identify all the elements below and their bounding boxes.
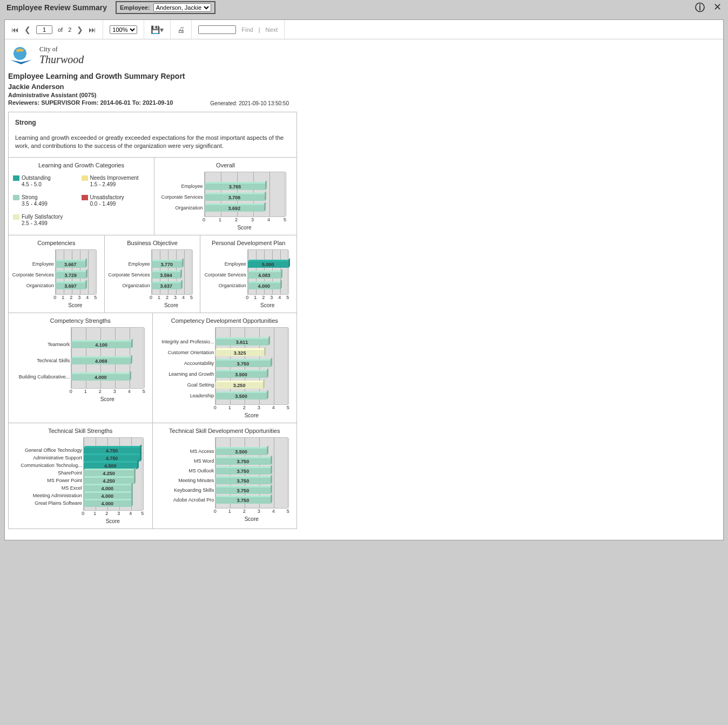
find-input[interactable] (198, 25, 236, 34)
print-icon[interactable]: 🖨 (177, 25, 185, 34)
bar: 4.750 (84, 448, 140, 454)
bar: 3.750 (215, 478, 270, 484)
bar: 4.250 (84, 478, 134, 484)
save-icon[interactable]: 💾▾ (151, 25, 164, 34)
x-tick: 1 (228, 509, 231, 514)
help-icon[interactable]: ⓘ (695, 1, 705, 14)
chart-title: Competency Development Opportunities (155, 317, 295, 324)
bar: 4.000 (248, 283, 280, 289)
y-axis-label: Administrative Support (33, 455, 84, 460)
x-tick: 3 (258, 509, 260, 514)
y-axis-label: Customer Orientation (168, 350, 216, 355)
x-tick: 4 (129, 511, 132, 516)
x-tick: 3 (251, 217, 254, 222)
x-tick: 1 (62, 295, 64, 300)
x-tick: 3 (113, 389, 116, 394)
bar: 4.100 (71, 342, 131, 348)
bar: 3.750 (215, 361, 270, 367)
x-tick: 0 (246, 295, 248, 300)
x-tick: 5 (286, 295, 289, 300)
prev-page-icon[interactable]: ❮ (24, 25, 31, 34)
x-tick: 4 (86, 295, 89, 300)
bar: 5.000 (248, 261, 288, 268)
y-axis-label: Organization (219, 283, 248, 288)
x-tick: 1 (84, 389, 87, 394)
x-tick: 1 (254, 295, 257, 300)
bar: 3.325 (215, 350, 264, 356)
zoom-select[interactable]: 100% (110, 25, 137, 34)
y-axis-label: Integrity and Professio... (161, 339, 215, 344)
y-axis-label: Teamwork (48, 342, 71, 347)
close-icon[interactable]: ✕ (713, 1, 722, 14)
x-tick: 1 (219, 217, 221, 222)
next-page-icon[interactable]: ❯ (77, 25, 83, 34)
x-tick: 3 (270, 295, 273, 300)
y-axis-label: MS Word (194, 458, 215, 464)
chart-title: Technical Skill Development Opportunitie… (155, 428, 295, 434)
chart-overall: OverallEmployee3.765Corporate Services3.… (154, 158, 296, 235)
bar: 3.750 (215, 468, 270, 475)
legend-item: Strong3.5 - 4.499 (13, 194, 82, 207)
x-tick: 0 (214, 405, 217, 410)
x-tick: 0 (203, 217, 205, 222)
first-page-icon[interactable]: ⏮ (11, 25, 19, 34)
y-axis-label: Communication Technolog... (21, 463, 83, 468)
bar: 4.250 (84, 470, 134, 477)
bar: 4.069 (71, 358, 131, 364)
x-tick: 2 (166, 295, 168, 300)
x-axis-title: Score (55, 302, 96, 308)
y-axis-label: Goal Setting (187, 382, 216, 388)
y-axis-label: Employee (32, 261, 56, 267)
x-tick: 4 (272, 509, 275, 514)
top-bar: Employee Review Summary Employee: Anders… (0, 0, 728, 15)
employee-label: Employee: (120, 4, 150, 11)
bar: 3.500 (215, 393, 267, 399)
y-axis-label: Keyboarding Skills (174, 487, 215, 493)
bar: 4.500 (84, 463, 137, 469)
y-axis-label: Corporate Services (161, 194, 204, 200)
y-axis-label: Accountability (184, 361, 216, 366)
chart-tech-dev: Technical Skill Development Opportunitie… (153, 423, 297, 528)
y-axis-label: Learning and Growth (168, 371, 215, 377)
viewer-toolbar: ⏮ ❮ of 2 ❯ ⏭ 100% 💾▾ 🖨 Find | Next (5, 20, 723, 39)
y-axis-label: MS Power Point (47, 478, 84, 483)
y-axis-label: Leadership (190, 393, 216, 398)
legend: Learning and Growth Categories Outstandi… (9, 158, 154, 235)
x-tick: 0 (70, 389, 72, 394)
next-button[interactable]: Next (266, 26, 278, 33)
chart-comp-str: Competency StrengthsTeamwork4.100Technic… (9, 313, 153, 423)
bar: 3.611 (215, 339, 268, 345)
y-axis-label: Employee (181, 184, 204, 189)
x-tick: 0 (214, 509, 217, 514)
x-tick: 4 (128, 389, 131, 394)
find-button[interactable]: Find (241, 26, 253, 33)
y-axis-label: Technical Skills (37, 358, 71, 363)
chart-title: Technical Skill Strengths (11, 428, 150, 434)
x-tick: 0 (82, 511, 84, 516)
bar: 3.729 (56, 272, 86, 279)
chart-title: Business Objective (107, 240, 198, 246)
x-axis-title: Score (151, 302, 192, 308)
x-tick: 2 (105, 511, 108, 516)
y-axis-label: Adobe Acrobat Pro (173, 497, 216, 503)
bar: 4.083 (248, 272, 281, 279)
legend-item: Unsatisfactory0.0 - 1.499 (82, 194, 150, 207)
x-tick: 4 (182, 295, 185, 300)
chart-title: Overall (157, 162, 294, 168)
x-tick: 5 (190, 295, 193, 300)
y-axis-label: MS Excel (62, 485, 84, 491)
assessment-box: Strong Learning and growth exceeded or g… (9, 112, 296, 158)
last-page-icon[interactable]: ⏭ (89, 25, 96, 34)
bar: 3.667 (56, 261, 85, 268)
page-total: 2 (68, 26, 71, 33)
y-axis-label: Meeting Minutes (178, 478, 215, 483)
bar: 3.637 (152, 283, 181, 289)
x-tick: 5 (141, 511, 144, 516)
y-axis-label: Corporate Services (12, 272, 56, 277)
x-tick: 2 (99, 389, 102, 394)
toolbar-divider: | (259, 26, 260, 33)
org-name: City of Thurwood (39, 45, 84, 66)
page-input[interactable] (36, 25, 52, 34)
employee-select[interactable]: Anderson, Jackie (153, 3, 211, 12)
bar: 3.594 (152, 272, 181, 279)
